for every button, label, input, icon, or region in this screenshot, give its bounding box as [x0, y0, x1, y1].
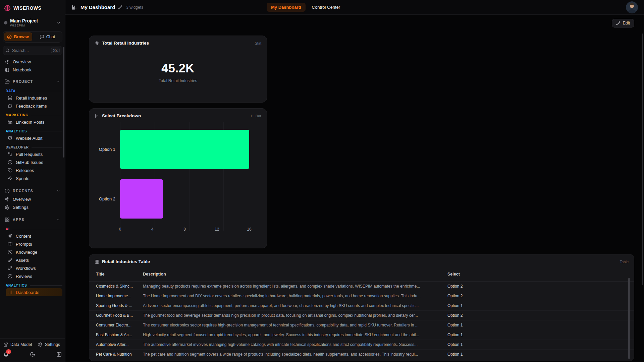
sidebar-item-label: Reviews	[16, 274, 32, 279]
gear-icon	[5, 205, 10, 210]
x-tick-label: 8	[183, 227, 186, 232]
sidebar: WISEROWS Main Project WISEPIM Browse Cha…	[0, 0, 65, 362]
tab-control-center[interactable]: Control Center	[308, 3, 345, 12]
sparkles-icon	[8, 234, 13, 238]
section-label: RECENTS	[13, 189, 33, 193]
table-cell-title: Fast Fashion & Ac...	[96, 333, 143, 337]
sidebar-item-label: Sprints	[16, 176, 29, 181]
sidebar-item-label: GitHub Issues	[16, 160, 43, 165]
table-cell-select: Option 1	[447, 352, 627, 357]
browse-tab[interactable]: Browse	[4, 33, 32, 41]
tab-my-dashboard[interactable]: My Dashboard	[267, 3, 306, 12]
search-bar[interactable]: ⌘K	[3, 46, 62, 55]
settings-link[interactable]: Settings	[38, 342, 60, 347]
dashboard-chart-icon	[71, 4, 77, 10]
sidebar-item-notebook[interactable]: Notebook	[3, 66, 62, 74]
edit-title-pencil-icon[interactable]	[118, 5, 122, 9]
sidebar-item-knowledge[interactable]: Knowledge	[6, 248, 62, 256]
hbar-bar[interactable]	[120, 130, 249, 169]
chat-tab-label: Chat	[46, 35, 55, 39]
sidebar-item-label: Dashboards	[16, 290, 39, 295]
git-pull-request-icon	[8, 152, 13, 157]
hbar-bar[interactable]	[120, 179, 163, 219]
sidebar-item-reviews[interactable]: Reviews	[6, 272, 62, 280]
table-cell-select: Option 1	[447, 323, 627, 327]
table-row[interactable]: Fast Fashion & Ac...High-velocity retail…	[89, 330, 634, 340]
sidebar-item-feedback-items[interactable]: Feedback Items	[6, 102, 62, 110]
table-row[interactable]: Sporting Goods & ...A diverse sector enc…	[89, 301, 634, 311]
gear-icon	[38, 342, 43, 347]
sidebar-item-releases[interactable]: Releases	[6, 166, 62, 174]
sidebar-item-assets[interactable]: Assets	[6, 256, 62, 264]
chevron-down-icon	[56, 79, 60, 83]
sidebar-item-label: Overview	[13, 59, 31, 64]
paintbrush-icon	[8, 258, 13, 262]
hbar-chart-widget[interactable]: Select Breakdown H. Bar Option 1Option 2…	[89, 108, 267, 248]
table-widget[interactable]: Retail Industries Table Table Title Desc…	[89, 254, 634, 361]
group-label-ai: AI	[3, 226, 62, 232]
pencil-icon	[616, 21, 620, 25]
table-cell-title: Consumer Electro...	[96, 323, 143, 327]
table-cell-select: Option 1	[447, 333, 627, 337]
data-model-link[interactable]: Data Model	[3, 342, 32, 347]
table-row[interactable]: Gourmet Food & B...The gourmet food and …	[89, 311, 634, 320]
table-cell-select: Option 2	[447, 313, 627, 318]
collapse-sidebar-icon[interactable]	[56, 352, 62, 357]
sidebar-item-label: Releases	[16, 168, 34, 173]
section-recents[interactable]: RECENTS	[3, 186, 62, 195]
sidebar-item-content[interactable]: Content	[6, 232, 62, 240]
mode-tabs: Browse Chat	[3, 31, 62, 43]
table-cell-select: Option 2	[447, 284, 627, 289]
x-tick-label: 12	[215, 227, 219, 232]
group-label-data: DATA	[3, 88, 62, 94]
table-scrollbar[interactable]	[628, 278, 630, 359]
main-scrollbar[interactable]	[642, 34, 643, 285]
sidebar-item-sprints[interactable]: Sprints	[6, 174, 62, 182]
sidebar-item-website-audit[interactable]: Website Audit	[6, 134, 62, 142]
widget-title: Select Breakdown	[102, 113, 141, 118]
edit-dashboard-button[interactable]: Edit	[612, 19, 634, 27]
sidebar-item-label: LinkedIn Posts	[16, 120, 44, 125]
brand: WISEROWS	[3, 4, 62, 12]
table-cell-title: Cosmetics & Skinc...	[96, 284, 143, 289]
sidebar-item-github-issues[interactable]: GitHub Issues	[6, 158, 62, 166]
table-header-row: Title Description Select	[89, 267, 634, 282]
sidebar-item-label: Workflows	[16, 266, 36, 271]
sidebar-item-prompts[interactable]: Prompts	[6, 240, 62, 248]
sidebar-scrollbar[interactable]	[63, 47, 64, 158]
sidebar-item-recents-settings[interactable]: Settings	[3, 203, 62, 211]
hbar-track	[120, 179, 258, 219]
table-row[interactable]: Home Improveme...The Home Improvement an…	[89, 291, 634, 301]
table-row[interactable]: Consumer Electro...The consumer electron…	[89, 320, 634, 330]
topbar: My Dashboard 3 widgets My Dashboard Cont…	[65, 0, 644, 15]
table-cell-desc: The automotive aftermarket involves mana…	[143, 342, 447, 347]
shield-check-icon	[8, 136, 13, 140]
table-row[interactable]: Cosmetics & Skinc...Managing beauty prod…	[89, 282, 634, 291]
sidebar-item-label: Settings	[13, 205, 29, 210]
sidebar-item-workflows[interactable]: Workflows	[6, 264, 62, 272]
section-apps[interactable]: APPS	[3, 215, 62, 224]
sidebar-item-retail-industries[interactable]: Retail Industries	[6, 94, 62, 102]
notebook-icon	[5, 67, 10, 72]
search-input[interactable]	[12, 48, 49, 53]
section-project[interactable]: PROJECT	[3, 77, 62, 86]
sidebar-item-overview[interactable]: Overview	[3, 58, 62, 66]
stat-widget[interactable]: Total Retail Industries Stat 45.2K Total…	[89, 36, 267, 103]
section-label: APPS	[13, 218, 24, 222]
sidebar-item-recents-overview[interactable]: Overview	[3, 195, 62, 203]
search-icon	[5, 48, 10, 53]
dark-mode-moon-icon[interactable]	[30, 352, 35, 357]
sidebar-item-pull-requests[interactable]: Pull Requests	[6, 150, 62, 158]
section-label: PROJECT	[13, 79, 33, 83]
table-row[interactable]: Automotive After...The automotive afterm…	[89, 340, 634, 350]
sidebar-item-linkedin-posts[interactable]: LinkedIn Posts	[6, 118, 62, 126]
project-selector[interactable]: Main Project WISEPIM	[4, 18, 61, 27]
table-row[interactable]: Pet Care & NutritionThe pet care and nut…	[89, 350, 634, 359]
tag-icon	[8, 168, 13, 173]
notifications-bell-icon[interactable]: 2	[3, 352, 9, 357]
table-cell-desc: A diverse sector encompassing athletic e…	[143, 303, 447, 308]
sidebar-item-dashboards[interactable]: Dashboards	[6, 288, 62, 296]
table-cell-desc: The Home Improvement and DIY sector cove…	[143, 294, 447, 298]
user-avatar[interactable]	[626, 1, 638, 13]
chat-tab[interactable]: Chat	[34, 33, 61, 41]
